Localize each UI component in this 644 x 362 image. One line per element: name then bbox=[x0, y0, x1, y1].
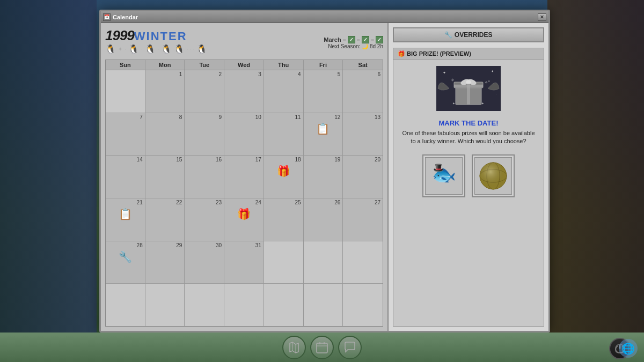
avatar-icon[interactable]: 🌐 bbox=[619, 339, 638, 358]
week-1: 1 2 3 4 5 6 bbox=[106, 70, 383, 113]
next-season-label: Next Season: bbox=[328, 43, 360, 49]
window-icon: 📅 bbox=[103, 13, 111, 21]
penguin-2: 🐧 bbox=[128, 44, 139, 54]
day-7[interactable]: 7 bbox=[106, 113, 145, 156]
penguin-3: 🐧 bbox=[145, 44, 156, 54]
prize-choice-1[interactable]: 🐟 🎩 bbox=[422, 154, 465, 197]
calendar-grid: Sun Mon Tue Wed Thu Fri Sat 1 2 3 4 bbox=[105, 60, 383, 327]
prize-description: One of these fabulous prizes will soon b… bbox=[393, 129, 544, 150]
check-1: ✓ bbox=[348, 36, 355, 43]
svg-text:🎩: 🎩 bbox=[433, 162, 444, 173]
day-15[interactable]: 15 bbox=[145, 156, 185, 198]
day-19[interactable]: 19 bbox=[304, 156, 343, 198]
week-2: 7 8 9 10 11 12 📋 13 bbox=[106, 113, 383, 156]
overrides-button[interactable]: 🔧 OVERRIDES bbox=[393, 27, 544, 42]
penguin-1: 🐧 bbox=[105, 44, 116, 54]
month-label: March bbox=[324, 36, 341, 43]
prize-choices: 🐟 🎩 bbox=[393, 150, 544, 202]
calendar-header: 1999 WINTER 🐧 ✦ · 🐧 · 🐧 · 🐧 🐧 · · · bbox=[105, 27, 383, 57]
day-empty-1 bbox=[264, 241, 304, 284]
next-season-time: 8d 2h bbox=[370, 43, 383, 49]
mark-date-text: MARK THE DATE! bbox=[393, 117, 544, 129]
prize-header: 🎁 BIG PRIZE! (PREVIEW) bbox=[393, 48, 544, 60]
day-empty-3 bbox=[343, 241, 383, 284]
day-1[interactable]: 1 bbox=[145, 70, 185, 113]
event-icon-day18: 🎁 bbox=[266, 165, 301, 178]
title-bar: 📅 Calendar ✕ bbox=[101, 11, 548, 23]
day-11[interactable]: 11 bbox=[264, 113, 304, 156]
day-6[interactable]: 6 bbox=[343, 70, 383, 113]
day-24[interactable]: 24 🎁 bbox=[224, 198, 264, 241]
svg-text:✦: ✦ bbox=[488, 80, 490, 83]
week-3: 14 15 16 17 18 🎁 19 20 bbox=[106, 156, 383, 198]
check-2: ✓ bbox=[362, 36, 369, 43]
day-28[interactable]: 28 🔧 bbox=[106, 241, 145, 284]
calendar-icon bbox=[316, 341, 328, 354]
day-empty-10 bbox=[343, 284, 383, 326]
right-panel: 🔧 OVERRIDES 🎁 BIG PRIZE! (PREVIEW) ✦ ✦ ✦… bbox=[387, 23, 548, 331]
content-area: 1999 WINTER 🐧 ✦ · 🐧 · 🐧 · 🐧 🐧 · · · bbox=[101, 23, 548, 331]
day-20[interactable]: 20 bbox=[343, 156, 383, 198]
calendar-weeks: 1 2 3 4 5 6 7 8 9 10 11 bbox=[105, 70, 383, 327]
day-26[interactable]: 26 bbox=[304, 198, 343, 241]
day-23[interactable]: 23 bbox=[185, 198, 224, 241]
svg-text:·: · bbox=[496, 93, 496, 95]
day-empty-2 bbox=[304, 241, 343, 284]
day-29[interactable]: 29 bbox=[145, 241, 185, 284]
prize-section: 🎁 BIG PRIZE! (PREVIEW) ✦ ✦ ✦ · · bbox=[393, 48, 544, 327]
header-fri: Fri bbox=[304, 60, 343, 70]
day-empty-7 bbox=[224, 284, 264, 326]
day-16[interactable]: 16 bbox=[185, 156, 224, 198]
day-empty-4 bbox=[106, 284, 145, 326]
day-2[interactable]: 2 bbox=[185, 70, 224, 113]
day-17[interactable]: 17 bbox=[224, 156, 264, 198]
calendar-window: 📅 Calendar ✕ 1999 WINTER 🐧 ✦ · 🐧 bbox=[99, 10, 550, 333]
day-30[interactable]: 30 bbox=[185, 241, 224, 284]
event-icon-day12: 📋 bbox=[306, 122, 341, 135]
prize-choice-2[interactable] bbox=[472, 154, 515, 197]
day-8[interactable]: 8 bbox=[145, 113, 185, 156]
day-12[interactable]: 12 📋 bbox=[304, 113, 343, 156]
day-21[interactable]: 21 📋 bbox=[106, 198, 145, 241]
svg-text:✦: ✦ bbox=[443, 70, 446, 75]
taskbar-map-button[interactable] bbox=[282, 336, 306, 359]
day-9[interactable]: 9 bbox=[185, 113, 224, 156]
day-5[interactable]: 5 bbox=[304, 70, 343, 113]
svg-rect-25 bbox=[317, 343, 327, 353]
chat-icon bbox=[343, 341, 356, 354]
prize-image: ✦ ✦ ✦ · · bbox=[436, 64, 501, 113]
day-empty-8 bbox=[264, 284, 304, 326]
svg-text:✧: ✧ bbox=[451, 77, 455, 83]
svg-point-24 bbox=[480, 162, 507, 189]
day-14[interactable]: 14 bbox=[106, 156, 145, 198]
week-4: 21 📋 22 23 24 🎁 25 26 27 bbox=[106, 198, 383, 241]
prize-choice-1-image: 🐟 🎩 bbox=[425, 157, 463, 195]
week-6 bbox=[106, 284, 383, 326]
day-25[interactable]: 25 bbox=[264, 198, 304, 241]
svg-text:✧: ✧ bbox=[485, 80, 488, 85]
prize-choice-2-image bbox=[474, 157, 512, 195]
day-22[interactable]: 22 bbox=[145, 198, 185, 241]
day-10[interactable]: 10 bbox=[224, 113, 264, 156]
taskbar-chat-button[interactable] bbox=[338, 336, 362, 359]
month-row: March – ✓ – ✓ – ✓ bbox=[324, 36, 383, 43]
day-18[interactable]: 18 🎁 bbox=[264, 156, 304, 198]
check-3: ✓ bbox=[376, 36, 383, 43]
bg-right-panel bbox=[547, 0, 644, 362]
day-empty bbox=[106, 70, 145, 113]
event-icon-day21: 📋 bbox=[108, 208, 143, 220]
day-empty-5 bbox=[145, 284, 185, 326]
close-button[interactable]: ✕ bbox=[538, 13, 546, 21]
header-wed: Wed bbox=[224, 60, 264, 70]
header-mon: Mon bbox=[145, 60, 185, 70]
day-headers: Sun Mon Tue Wed Thu Fri Sat bbox=[105, 60, 383, 70]
day-3[interactable]: 3 bbox=[224, 70, 264, 113]
day-13[interactable]: 13 bbox=[343, 113, 383, 156]
next-season: Next Season: 🌙 8d 2h bbox=[324, 43, 383, 49]
day-31[interactable]: 31 bbox=[224, 241, 264, 284]
day-27[interactable]: 27 bbox=[343, 198, 383, 241]
taskbar-calendar-button[interactable] bbox=[310, 336, 334, 359]
svg-rect-9 bbox=[454, 85, 483, 87]
day-4[interactable]: 4 bbox=[264, 70, 304, 113]
event-icon-day28: 🔧 bbox=[108, 250, 143, 263]
